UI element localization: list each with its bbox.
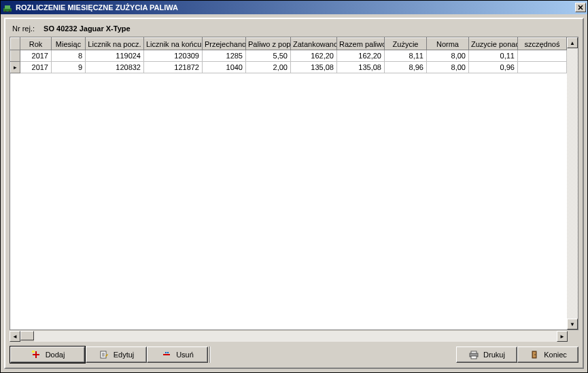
cell-przejechano[interactable]: 1285 xyxy=(203,50,246,62)
col-przejechano[interactable]: Przejechano xyxy=(203,38,246,50)
cell-miesiac[interactable]: 9 xyxy=(52,62,86,73)
exit-icon xyxy=(529,349,540,360)
cell-rok[interactable]: 2017 xyxy=(20,50,52,62)
delete-button[interactable]: Usuń xyxy=(147,347,208,363)
table-row[interactable]: 2017 8 119024 120309 1285 5,50 162,20 16… xyxy=(11,50,567,62)
close-app-button-label: Koniec xyxy=(544,351,567,359)
cell-paliwo-pop[interactable]: 2,00 xyxy=(246,62,291,73)
cell-oszczednosc[interactable] xyxy=(518,50,567,62)
cell-razem-paliwo[interactable]: 135,08 xyxy=(337,62,385,73)
cell-zatankowano[interactable]: 135,08 xyxy=(291,62,337,73)
svg-rect-8 xyxy=(163,354,170,355)
cell-licznik-pocz[interactable]: 120832 xyxy=(86,62,144,73)
col-licznik-konc[interactable]: Licznik na końcu xyxy=(144,38,203,50)
nr-rej-value: SO 40232 Jaguar X-Type xyxy=(44,24,131,33)
col-zuzycie[interactable]: Zużycie xyxy=(385,38,427,50)
vertical-scrollbar[interactable]: ▲ ▼ xyxy=(567,37,578,330)
separator xyxy=(209,347,211,363)
cell-zuzycie[interactable]: 8,11 xyxy=(385,50,427,62)
minus-icon xyxy=(161,349,172,360)
registration-row: Nr rej.: SO 40232 Jaguar X-Type xyxy=(10,23,578,37)
scroll-track[interactable] xyxy=(567,48,578,319)
plus-icon xyxy=(31,349,41,360)
svg-rect-3 xyxy=(5,5,10,9)
edit-icon xyxy=(99,349,109,360)
cell-razem-paliwo[interactable]: 162,20 xyxy=(337,50,385,62)
svg-rect-6 xyxy=(32,351,35,353)
cell-zuzycie[interactable]: 8,96 xyxy=(385,62,427,73)
delete-button-label: Usuń xyxy=(176,351,194,359)
scroll-up-button[interactable]: ▲ xyxy=(567,37,578,48)
svg-rect-10 xyxy=(167,352,169,353)
col-zatankowano[interactable]: Zatankowano xyxy=(291,38,337,50)
scroll-left-button[interactable]: ◄ xyxy=(10,331,20,342)
cell-norma[interactable]: 8,00 xyxy=(427,62,469,73)
scroll-track[interactable] xyxy=(34,331,557,342)
scroll-thumb[interactable] xyxy=(20,331,34,340)
horizontal-scrollbar[interactable]: ◄ ► xyxy=(10,331,578,342)
col-norma[interactable]: Norma xyxy=(427,38,469,50)
print-button[interactable]: Drukuj xyxy=(456,347,517,363)
col-razem-paliwo[interactable]: Razem paliwo xyxy=(337,38,385,50)
printer-icon xyxy=(468,349,479,360)
scroll-right-button[interactable]: ► xyxy=(557,331,568,342)
cell-rok[interactable]: 2017 xyxy=(20,62,52,73)
svg-rect-9 xyxy=(165,352,167,353)
scroll-corner xyxy=(568,331,578,342)
window-title: ROZLICZENIE MIESIĘCZNE ZUŻYCIA PALIWA xyxy=(16,3,575,12)
nr-rej-label: Nr rej.: xyxy=(12,24,35,33)
header-row: Rok Miesiąc Licznik na pocz. Licznik na … xyxy=(11,38,567,50)
col-indicator[interactable] xyxy=(11,38,20,50)
scroll-down-button[interactable]: ▼ xyxy=(567,319,578,330)
col-miesiac[interactable]: Miesiąc xyxy=(52,38,86,50)
add-button-label: Dodaj xyxy=(46,351,65,359)
window: ROZLICZENIE MIESIĘCZNE ZUŻYCIA PALIWA Nr… xyxy=(0,0,588,373)
cell-przejechano[interactable]: 1040 xyxy=(203,62,246,73)
edit-button-label: Edytuj xyxy=(114,351,135,359)
app-icon xyxy=(2,2,13,13)
close-button[interactable] xyxy=(575,3,586,12)
cell-zuzycie-ponad[interactable]: 0,96 xyxy=(469,62,518,73)
data-grid[interactable]: Rok Miesiąc Licznik na pocz. Licznik na … xyxy=(10,37,578,330)
cell-oszczednosc[interactable] xyxy=(518,62,567,73)
row-indicator: ▸ xyxy=(11,62,20,73)
print-button-label: Drukuj xyxy=(483,351,505,359)
cell-licznik-konc[interactable]: 121872 xyxy=(144,62,203,73)
add-button[interactable]: Dodaj xyxy=(10,347,85,363)
svg-rect-5 xyxy=(33,354,39,355)
titlebar: ROZLICZENIE MIESIĘCZNE ZUŻYCIA PALIWA xyxy=(1,1,587,14)
col-oszczednosc[interactable]: szczędnoś xyxy=(518,38,567,50)
col-zuzycie-ponad[interactable]: Zuzycie ponad xyxy=(469,38,518,50)
svg-point-16 xyxy=(534,354,536,355)
close-app-button[interactable]: Koniec xyxy=(517,347,578,363)
col-licznik-pocz[interactable]: Licznik na pocz. xyxy=(86,38,144,50)
cell-zatankowano[interactable]: 162,20 xyxy=(291,50,337,62)
cell-licznik-pocz[interactable]: 119024 xyxy=(86,50,144,62)
col-rok[interactable]: Rok xyxy=(20,38,52,50)
col-paliwo-pop[interactable]: Paliwo z pop. xyxy=(246,38,291,50)
table-row[interactable]: ▸ 2017 9 120832 121872 1040 2,00 135,08 … xyxy=(11,62,567,73)
cell-licznik-konc[interactable]: 120309 xyxy=(144,50,203,62)
svg-rect-13 xyxy=(471,356,477,359)
row-indicator xyxy=(11,50,20,62)
client-area: Nr rej.: SO 40232 Jaguar X-Type xyxy=(4,18,584,369)
cell-paliwo-pop[interactable]: 5,50 xyxy=(246,50,291,62)
cell-zuzycie-ponad[interactable]: 0,11 xyxy=(469,50,518,62)
cell-miesiac[interactable]: 8 xyxy=(52,50,86,62)
button-row: Dodaj Edytuj Usuń Druk xyxy=(10,342,578,363)
edit-button[interactable]: Edytuj xyxy=(86,347,147,363)
cell-norma[interactable]: 8,00 xyxy=(427,50,469,62)
